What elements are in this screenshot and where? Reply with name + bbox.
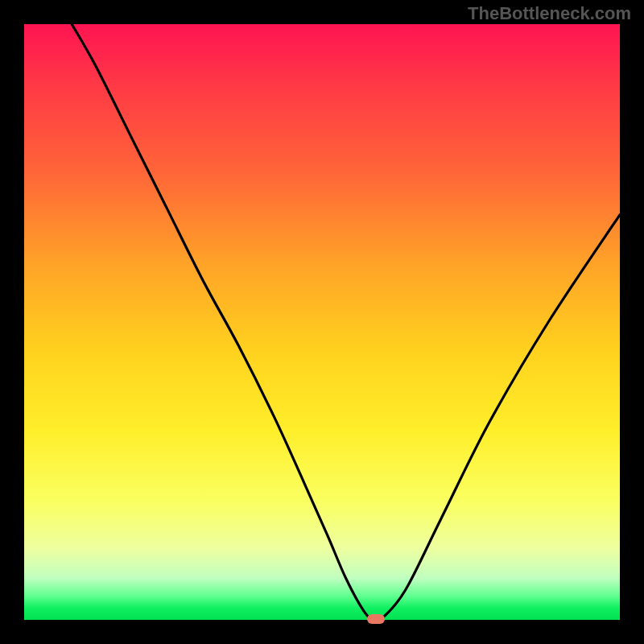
- chart-plot-area: [24, 24, 620, 620]
- bottleneck-curve-path: [72, 24, 620, 620]
- watermark-text: TheBottleneck.com: [468, 3, 631, 24]
- optimal-point-marker: [367, 614, 385, 624]
- chart-curve-svg: [24, 24, 620, 620]
